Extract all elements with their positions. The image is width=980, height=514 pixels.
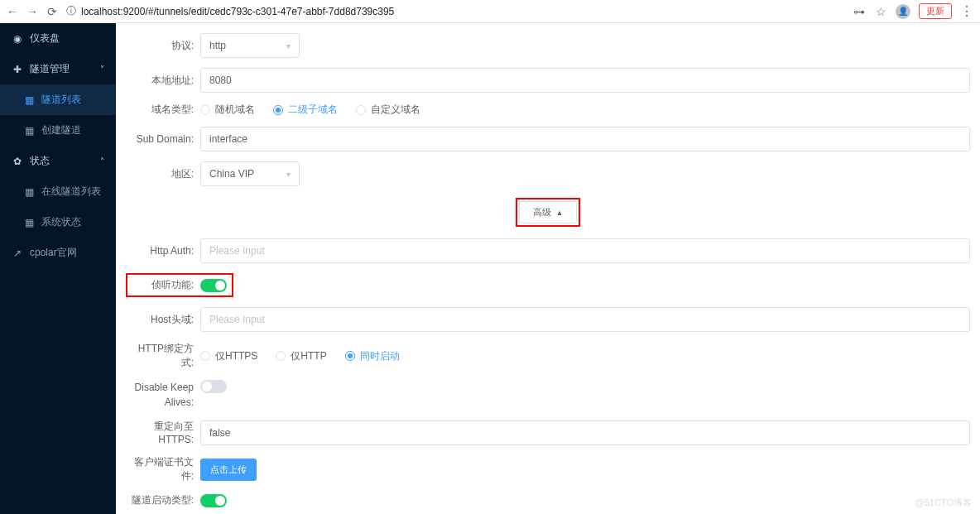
sidebar-item-label: 状态 [30,154,50,168]
chevron-down-icon: ˅ [100,65,104,74]
protocol-label: 协议: [126,39,194,53]
nav-forward[interactable]: → [26,5,38,18]
grid-icon: ▦ [23,125,35,137]
listen-label: 侦听功能: [132,278,194,292]
grid-icon: ▦ [23,186,35,198]
tunnel-start-label: 隧道启动类型: [126,493,194,507]
listen-switch[interactable] [200,279,227,292]
sub-domain-input[interactable] [200,127,970,151]
chevron-up-icon: ▲ [556,209,564,217]
radio-custom-domain[interactable]: 自定义域名 [356,103,420,117]
sidebar-item-tunnel-list[interactable]: ▦ 隧道列表 [0,84,116,115]
radio-random-domain[interactable]: 随机域名 [200,103,255,117]
region-label: 地区: [126,167,194,181]
avatar[interactable]: 👤 [896,4,910,19]
region-select[interactable]: China VIP ▾ [200,161,300,186]
redirect-https-input[interactable] [200,420,970,445]
chevron-down-icon: ▾ [286,170,291,179]
local-addr-label: 本地地址: [126,74,194,88]
sidebar-item-system-status[interactable]: ▦ 系统状态 [0,207,116,238]
watermark: @51CTO博客 [915,497,972,509]
nav-back[interactable]: ← [7,5,18,18]
sidebar-item-label: 隧道管理 [30,62,70,76]
sidebar-item-label: cpolar官网 [30,246,77,260]
http-bind-label: HTTP绑定方式: [126,342,194,370]
redirect-https-label: 重定向至HTTPS: [126,420,194,445]
sidebar-item-status[interactable]: ✿ 状态 ˄ [0,146,116,176]
advanced-button[interactable]: 高级 ▲ [519,201,578,223]
info-icon: ⓘ [66,4,76,18]
sidebar-item-online-tunnels[interactable]: ▦ 在线隧道列表 [0,176,116,207]
external-link-icon: ↗ [12,247,23,259]
radio-subdomain[interactable]: 二级子域名 [273,103,338,117]
http-auth-label: Http Auth: [126,245,194,257]
disable-keepalive-label: Disable Keep Alives: [126,380,194,410]
url-bar[interactable]: ⓘ localhost:9200/#/tunnels/edit/cedc793c… [66,4,844,18]
sidebar-item-dashboard[interactable]: ◉ 仪表盘 [0,23,116,54]
sidebar-item-label: 创建隧道 [41,123,81,137]
highlight-listen: 侦听功能: [126,273,233,297]
plus-icon: ✚ [12,64,23,75]
grid-icon: ▦ [23,217,35,228]
domain-type-radio-group: 随机域名 二级子域名 自定义域名 [200,103,970,117]
url-text: localhost:9200/#/tunnels/edit/cedc793c-c… [81,6,394,17]
sidebar-item-cpolar-site[interactable]: ↗ cpolar官网 [0,238,116,268]
sidebar-item-create-tunnel[interactable]: ▦ 创建隧道 [0,115,116,146]
sidebar-item-label: 隧道列表 [41,93,81,107]
disable-keepalive-switch[interactable] [200,380,227,393]
sidebar-item-label: 在线隧道列表 [41,185,101,199]
http-bind-radio-group: 仅HTTPS 仅HTTP 同时启动 [200,349,970,363]
radio-both[interactable]: 同时启动 [345,349,400,363]
upload-button[interactable]: 点击上传 [200,459,257,481]
chevron-up-icon: ˄ [100,156,104,166]
tunnel-start-switch[interactable] [200,494,227,507]
highlight-advanced: 高级 ▲ [516,198,581,227]
key-icon[interactable]: ⊶ [853,5,866,18]
extension-update-button[interactable]: 更新 [919,3,952,19]
client-cert-label: 客户端证书文件: [126,455,194,483]
local-addr-input[interactable] [200,68,970,93]
grid-icon: ▦ [23,94,35,106]
domain-type-label: 域名类型: [126,103,194,117]
host-header-label: Host头域: [126,313,194,327]
sidebar: ◉ 仪表盘 ✚ 隧道管理 ˅ ▦ 隧道列表 ▦ 创建隧道 ✿ 状态 ˄ ▦ 在线… [0,23,116,514]
sidebar-item-label: 系统状态 [41,215,81,229]
nav-reload[interactable]: ⟳ [46,5,58,18]
protocol-select[interactable]: http ▾ [200,33,300,58]
menu-vdots-icon[interactable]: ⋮ [960,3,973,19]
http-auth-input[interactable] [200,238,970,263]
star-icon[interactable]: ☆ [874,5,887,18]
radio-https-only[interactable]: 仅HTTPS [200,349,257,363]
main-content: 协议: http ▾ 本地地址: 域名类型: 随机域名 二级子域名 自定义域名 [116,23,980,514]
sidebar-item-label: 仪表盘 [30,31,60,46]
chevron-down-icon: ▾ [286,41,291,50]
radio-http-only[interactable]: 仅HTTP [276,349,326,363]
host-header-input[interactable] [200,307,970,332]
browser-bar: ← → ⟳ ⓘ localhost:9200/#/tunnels/edit/ce… [0,0,980,23]
sidebar-item-tunnel-mgmt[interactable]: ✚ 隧道管理 ˅ [0,54,116,84]
dashboard-icon: ◉ [12,33,23,45]
gear-icon: ✿ [12,156,23,167]
sub-domain-label: Sub Domain: [126,133,194,145]
